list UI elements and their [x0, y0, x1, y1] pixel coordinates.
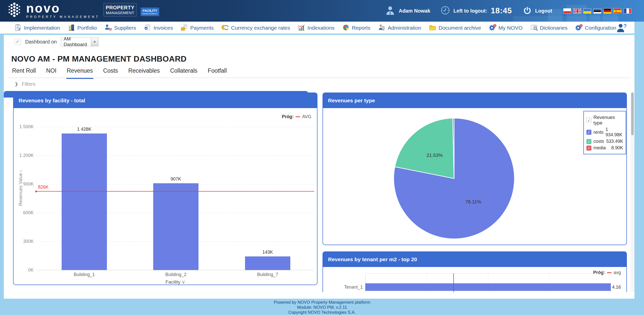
dashboard-select[interactable]: AM Dashboard ▼ — [61, 37, 99, 46]
nav-item-label: Currency exchange rates — [231, 25, 290, 31]
category-label: Building_7 — [257, 272, 278, 277]
nav-item-label: Suppliers — [114, 25, 136, 31]
flag-de[interactable] — [603, 8, 611, 14]
nav-item-label: Administration — [388, 25, 421, 31]
clipboard-icon — [14, 24, 22, 32]
vertical-scrollbar-track[interactable] — [630, 91, 634, 292]
nav-item-invoices[interactable]: Invoices — [144, 24, 173, 32]
y-tick-label: 1 200K — [14, 153, 34, 158]
avg-value-label: 826K — [38, 185, 49, 190]
y-tick-label: 0K — [14, 267, 34, 273]
nav-item-label: Document archive — [438, 25, 481, 31]
chart-icon — [298, 24, 305, 32]
main-menu-bar: ImplementationPortfolioSuppliersInvoices… — [0, 22, 634, 34]
nav-item-my-novo[interactable]: My NOVO — [489, 24, 523, 32]
logout-button[interactable]: Logout — [535, 8, 552, 14]
page-title: NOVO AM - PM MANAGEMENT DASHBOARD — [11, 54, 187, 64]
footer-line-3: Copyright NOVO Technologies S.A. — [0, 310, 644, 315]
bar-value-label: 907K — [171, 176, 181, 182]
tab-noi[interactable]: NOI — [46, 67, 57, 79]
flag-ee[interactable] — [593, 8, 601, 14]
category-label: Building_1 — [74, 272, 95, 277]
tab-rent-roll[interactable]: Rent Roll — [12, 67, 36, 79]
nav-item-label: Portfolio — [77, 25, 97, 31]
bar-value-label: 1 428K — [77, 127, 91, 132]
user-help-icon[interactable]: ? — [616, 23, 627, 34]
nav-item-indexations[interactable]: Indexations — [298, 24, 334, 32]
user-name: Adam Nowak — [399, 8, 430, 14]
nav-item-currency-exchange-rates[interactable]: €Currency exchange rates — [221, 24, 290, 32]
flag-gb[interactable] — [573, 8, 581, 14]
brand-tagline: PROPERTY MANAGEMENT — [26, 15, 99, 19]
pie-icon — [342, 24, 350, 32]
svg-text:?: ? — [623, 23, 627, 29]
nav-item-label: Invoices — [153, 25, 173, 31]
vertical-scrollbar-thumb[interactable] — [631, 93, 634, 135]
bar-building_7[interactable] — [245, 256, 290, 270]
panel-revenues-by-tenant: Revenues by tenant per m2 - top 20 Próg:… — [323, 251, 627, 292]
footer-line-1: Powered by NOVO Property Management plat… — [0, 300, 644, 305]
panel-title: Revenues per type — [323, 93, 626, 108]
tab-collaterals[interactable]: Collaterals — [170, 67, 198, 79]
facility-management-badge[interactable]: FACILITY MANAGEMENT — [141, 8, 159, 16]
nav-item-label: Implementation — [24, 25, 60, 31]
flag-pl[interactable] — [563, 8, 571, 14]
avg-threshold-line — [453, 273, 454, 292]
tab-costs[interactable]: Costs — [103, 67, 118, 79]
nav-item-reports[interactable]: Reports — [342, 24, 371, 32]
bar-building_1[interactable] — [62, 133, 107, 270]
revenues-type-pie-chart: 78.11%21.53% — [323, 108, 626, 245]
nav-item-label: Dictionaries — [540, 25, 568, 31]
nav-item-payments[interactable]: Payments — [180, 24, 214, 32]
filters-toggle[interactable]: ❯ Filters — [15, 81, 35, 87]
nav-item-implementation[interactable]: Implementation — [14, 24, 60, 32]
gears-icon — [489, 24, 497, 32]
nav-item-configuration[interactable]: Configuration — [575, 24, 616, 32]
facility-bar-chart: 1 500K1 200K900K600K300K0K1 428KBuilding… — [14, 93, 317, 285]
nav-item-portfolio[interactable]: Portfolio — [68, 24, 97, 32]
language-flags — [563, 8, 631, 14]
dashboard-toolbar: ✓ Dashboard on AM Dashboard ▼ — [15, 37, 99, 46]
bar-building_2[interactable] — [153, 183, 198, 270]
tab-revenues[interactable]: Revenues — [66, 67, 94, 79]
nav-item-administration[interactable]: Administration — [378, 24, 421, 32]
pie-percent-label: 21.53% — [427, 153, 443, 158]
dashboard-tabs: Rent RollNOIRevenuesCostsReceivablesColl… — [12, 67, 227, 79]
bar-value-label: 143K — [262, 250, 273, 255]
flag-es[interactable] — [614, 8, 621, 14]
flag-ua[interactable] — [583, 8, 591, 14]
logout-countdown-label: Left to logout: — [454, 8, 487, 14]
tab-footfall[interactable]: Footfall — [207, 67, 227, 79]
admin-icon — [378, 24, 386, 32]
y-tick-label: 900K — [14, 182, 34, 187]
coins-icon — [180, 24, 188, 32]
dashboard-on-checkbox[interactable]: ✓ — [15, 39, 21, 45]
category-label: Building_2 — [165, 272, 186, 277]
flag-fr[interactable] — [624, 8, 631, 14]
nav-item-document-archive[interactable]: Document archive — [429, 24, 481, 32]
user-avatar-icon[interactable] — [385, 5, 395, 16]
logout-countdown-time: 18:45 — [491, 6, 512, 15]
property-management-badge: PROPERTY MANAGEMENT — [103, 3, 137, 17]
dashboard-scroll-area: Revenues by facility - total Próg: AVG 1… — [4, 91, 630, 292]
x-axis-title[interactable]: Facility ∨ — [166, 279, 185, 285]
y-tick-label: 1 500K — [14, 124, 34, 129]
nav-item-label: Payments — [190, 25, 214, 31]
y-tick-label: 300K — [14, 239, 34, 244]
folder-icon — [429, 24, 436, 32]
nav-item-dictionaries[interactable]: Dictionaries — [530, 24, 568, 32]
nav-item-suppliers[interactable]: Suppliers — [104, 24, 136, 32]
header-right: Adam Nowak Left to logout: 18:45 Logout — [385, 0, 631, 22]
power-icon[interactable] — [523, 6, 532, 16]
x-axis-line — [36, 270, 314, 270]
tabs-divider — [8, 78, 631, 78]
category-label: Tenant_1 — [325, 285, 363, 290]
y-axis-title[interactable]: Revenues Value › — [18, 170, 23, 206]
tab-receivables[interactable]: Receivables — [128, 67, 160, 79]
bar-tenant_1[interactable] — [365, 283, 611, 291]
dashboard-select-arrow-icon[interactable]: ▼ — [91, 37, 98, 46]
chevron-right-icon: ❯ — [15, 81, 18, 87]
buildings-icon — [68, 24, 75, 32]
app-logo[interactable]: novo PROPERTY MANAGEMENT PROPERTY MANAGE… — [6, 2, 159, 19]
novo-globe-icon — [6, 2, 23, 19]
